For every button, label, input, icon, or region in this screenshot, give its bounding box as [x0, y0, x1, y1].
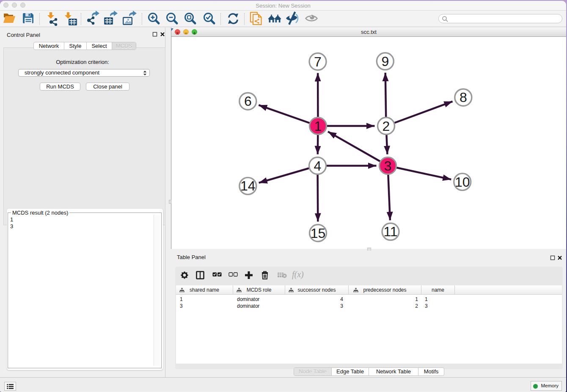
- svg-text:4: 4: [314, 158, 322, 174]
- svg-text:8: 8: [460, 90, 467, 105]
- svg-text:15: 15: [311, 226, 326, 241]
- svg-text:3: 3: [384, 158, 392, 174]
- svg-text:1: 1: [314, 119, 322, 134]
- svg-text:10: 10: [455, 174, 470, 190]
- svg-text:14: 14: [240, 178, 256, 193]
- svg-text:7: 7: [314, 54, 322, 69]
- svg-text:2: 2: [383, 119, 390, 134]
- svg-text:6: 6: [244, 94, 252, 109]
- svg-text:9: 9: [381, 54, 389, 69]
- svg-text:11: 11: [383, 224, 397, 239]
